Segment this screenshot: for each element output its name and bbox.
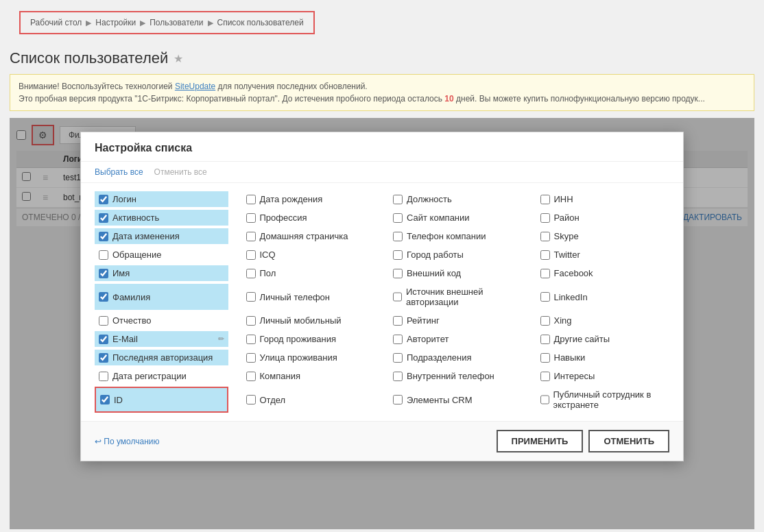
column-item[interactable]: Последняя авторизация: [95, 350, 228, 365]
column-item[interactable]: LinkedIn: [536, 284, 670, 310]
column-checkbox[interactable]: [393, 213, 403, 223]
column-item[interactable]: Xing: [536, 313, 670, 328]
column-item[interactable]: Twitter: [536, 247, 670, 263]
column-item[interactable]: Город работы: [389, 247, 523, 263]
column-checkbox[interactable]: [246, 395, 256, 404]
breadcrumb-item-3[interactable]: Пользователи: [150, 18, 203, 27]
column-checkbox[interactable]: [393, 335, 403, 344]
column-item[interactable]: ИНН: [536, 191, 670, 207]
column-item[interactable]: Улица проживания: [242, 350, 376, 365]
deselect-all-link[interactable]: Отменить все: [154, 167, 207, 177]
column-item[interactable]: Facebook: [536, 265, 670, 281]
column-checkbox[interactable]: [99, 353, 108, 363]
column-item[interactable]: Личный мобильный: [242, 313, 376, 328]
column-item[interactable]: Сайт компании: [389, 210, 523, 226]
column-item[interactable]: Навыки: [536, 350, 670, 365]
column-item[interactable]: Авторитет: [389, 331, 523, 347]
apply-button[interactable]: ПРИМЕНИТЬ: [497, 430, 584, 452]
column-checkbox[interactable]: [540, 292, 550, 302]
breadcrumb-item-4[interactable]: Список пользователей: [217, 18, 304, 27]
column-item[interactable]: Источник внешней авторизации: [389, 284, 523, 310]
column-item[interactable]: Внутренний телефон: [389, 368, 523, 384]
column-checkbox[interactable]: [540, 232, 550, 241]
column-checkbox[interactable]: [246, 316, 256, 326]
column-checkbox[interactable]: [246, 213, 256, 223]
column-checkbox[interactable]: [246, 250, 256, 260]
column-checkbox[interactable]: [99, 316, 108, 326]
column-item[interactable]: Публичный сотрудник в экстранете: [536, 387, 670, 413]
column-item[interactable]: Отчество: [95, 313, 228, 328]
column-checkbox[interactable]: [540, 372, 550, 381]
column-checkbox[interactable]: [99, 213, 108, 223]
column-item[interactable]: Домашняя страничка: [242, 228, 376, 244]
column-checkbox[interactable]: [540, 269, 550, 278]
column-item[interactable]: Дата рождения: [242, 191, 376, 207]
column-checkbox[interactable]: [246, 372, 256, 381]
column-item[interactable]: Внешний код: [389, 265, 523, 281]
column-item[interactable]: Рейтинг: [389, 313, 523, 328]
column-checkbox[interactable]: [100, 395, 110, 404]
column-checkbox[interactable]: [393, 269, 403, 278]
select-all-link[interactable]: Выбрать все: [95, 167, 143, 177]
column-item[interactable]: Другие сайты: [536, 331, 670, 347]
column-item[interactable]: Профессия: [242, 210, 376, 226]
column-item[interactable]: Имя: [95, 265, 228, 281]
column-checkbox[interactable]: [393, 232, 403, 241]
column-checkbox[interactable]: [246, 269, 256, 278]
column-checkbox[interactable]: [99, 250, 108, 260]
column-checkbox[interactable]: [99, 195, 108, 204]
column-checkbox[interactable]: [246, 335, 256, 344]
column-checkbox[interactable]: [393, 316, 403, 326]
column-checkbox[interactable]: [393, 353, 403, 363]
column-checkbox[interactable]: [540, 250, 550, 260]
column-item[interactable]: Компания: [242, 368, 376, 384]
column-item[interactable]: Пол: [242, 265, 376, 281]
column-item[interactable]: Интересы: [536, 368, 670, 384]
column-item[interactable]: Телефон компании: [389, 228, 523, 244]
column-item[interactable]: E-Mail✏: [95, 331, 228, 347]
column-checkbox[interactable]: [99, 335, 108, 344]
column-checkbox[interactable]: [540, 195, 550, 204]
column-item[interactable]: Дата регистрации: [95, 368, 228, 384]
column-item[interactable]: Фамилия: [95, 284, 228, 310]
column-checkbox[interactable]: [393, 292, 402, 302]
column-checkbox[interactable]: [246, 232, 256, 241]
column-checkbox[interactable]: [540, 213, 550, 223]
default-link[interactable]: ↩ По умолчанию: [95, 437, 160, 446]
column-item[interactable]: Подразделения: [389, 350, 523, 365]
column-item[interactable]: Должность: [389, 191, 523, 207]
column-item[interactable]: Обращение: [95, 247, 228, 263]
column-item[interactable]: Отдел: [242, 387, 376, 413]
column-checkbox[interactable]: [393, 372, 403, 381]
column-item[interactable]: Город проживания: [242, 331, 376, 347]
column-item[interactable]: Активность: [95, 210, 228, 226]
column-checkbox[interactable]: [393, 395, 403, 404]
column-checkbox[interactable]: [540, 335, 550, 344]
column-item[interactable]: Логин: [95, 191, 228, 207]
column-checkbox[interactable]: [246, 292, 256, 302]
favorite-star-icon[interactable]: ★: [174, 52, 183, 65]
column-checkbox[interactable]: [540, 395, 549, 404]
column-item[interactable]: Skype: [536, 228, 670, 244]
column-item[interactable]: ID: [95, 387, 228, 413]
column-checkbox[interactable]: [99, 232, 108, 241]
column-item[interactable]: Личный телефон: [242, 284, 376, 310]
breadcrumb-item-1[interactable]: Рабочий стол: [30, 18, 82, 27]
column-checkbox[interactable]: [99, 269, 108, 278]
edit-pencil-icon[interactable]: ✏: [218, 335, 224, 343]
column-checkbox[interactable]: [540, 316, 550, 326]
column-checkbox[interactable]: [99, 372, 108, 381]
column-item[interactable]: Дата изменения: [95, 228, 228, 244]
site-update-link[interactable]: SiteUpdate: [175, 82, 215, 91]
column-checkbox[interactable]: [393, 250, 403, 260]
column-item[interactable]: Элементы CRM: [389, 387, 523, 413]
column-checkbox[interactable]: [393, 195, 403, 204]
column-checkbox[interactable]: [246, 195, 256, 204]
column-checkbox[interactable]: [246, 353, 256, 363]
cancel-button[interactable]: ОТМЕНИТЬ: [588, 430, 669, 452]
column-checkbox[interactable]: [99, 292, 108, 302]
breadcrumb-item-2[interactable]: Настройки: [95, 18, 136, 27]
column-checkbox[interactable]: [540, 353, 550, 363]
column-item[interactable]: Район: [536, 210, 670, 226]
column-item[interactable]: ICQ: [242, 247, 376, 263]
